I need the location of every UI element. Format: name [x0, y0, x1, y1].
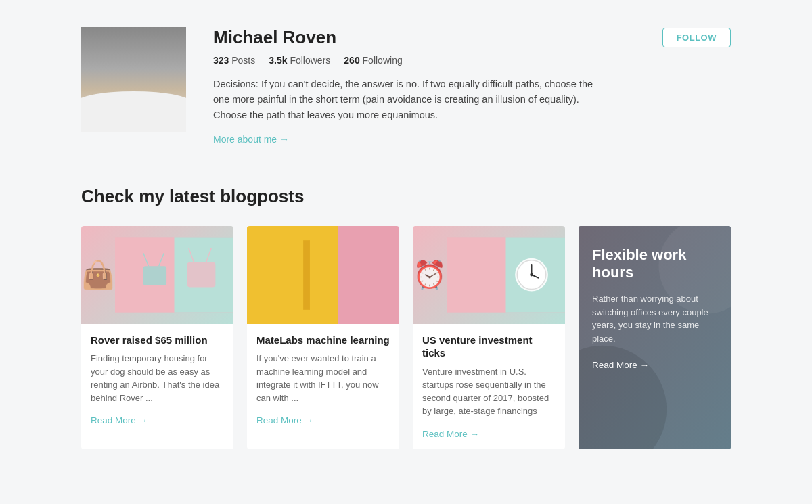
svg-rect-3 — [125, 101, 142, 115]
profile-section: Michael Roven FOLLOW 323 Posts 3.5k Foll… — [81, 27, 731, 145]
venture-card-title: US venture investment ticks — [422, 334, 556, 360]
svg-point-7 — [112, 64, 155, 78]
svg-rect-23 — [338, 227, 399, 323]
profile-stats: 323 Posts 3.5k Followers 260 Following — [213, 55, 731, 66]
svg-rect-22 — [247, 227, 338, 323]
matelabs-card-title: MateLabs machine learning — [256, 334, 390, 347]
blog-card-venture: US venture investment ticks Venture inve… — [413, 226, 565, 449]
svg-rect-1 — [81, 27, 186, 132]
svg-rect-19 — [187, 262, 216, 287]
matelabs-card-image — [247, 226, 399, 324]
rover-card-image — [81, 226, 233, 324]
svg-rect-11 — [134, 90, 143, 97]
followers-label: Followers — [290, 55, 330, 66]
svg-point-8 — [124, 90, 129, 97]
follow-button[interactable]: FOLLOW — [662, 28, 731, 47]
svg-point-2 — [86, 101, 181, 132]
blog-section-title: Check my latest blogposts — [81, 186, 731, 207]
venture-card-excerpt: Venture investment in U.S. startups rose… — [422, 365, 556, 418]
matelabs-card-excerpt: If you've ever wanted to train a machine… — [256, 352, 390, 405]
venture-card-image — [413, 226, 565, 324]
following-label: Following — [363, 55, 403, 66]
svg-rect-16 — [143, 266, 166, 285]
featured-card-excerpt: Rather than worrying about switching off… — [592, 292, 717, 345]
posts-label: Posts — [231, 55, 255, 66]
svg-point-13 — [143, 97, 162, 118]
matelabs-card-body: MateLabs machine learning If you've ever… — [247, 324, 399, 436]
venture-read-more[interactable]: Read More → — [422, 429, 479, 439]
rover-card-title: Rover raised $65 million — [91, 334, 224, 347]
matelabs-read-more[interactable]: Read More → — [256, 415, 313, 426]
featured-card-title: Flexible work hours — [592, 246, 717, 282]
profile-info: Michael Roven FOLLOW 323 Posts 3.5k Foll… — [213, 27, 731, 145]
blog-card-featured: Flexible work hours Rather than worrying… — [579, 226, 731, 449]
svg-rect-6 — [112, 71, 155, 85]
posts-count: 323 — [213, 55, 229, 66]
svg-point-9 — [137, 90, 143, 97]
profile-name: Michael Roven — [213, 27, 336, 48]
svg-rect-10 — [120, 90, 130, 97]
followers-count: 3.5k — [269, 55, 287, 66]
featured-read-more[interactable]: Read More → — [592, 360, 649, 370]
more-about-link[interactable]: More about me → — [213, 134, 289, 145]
profile-avatar — [81, 27, 186, 132]
profile-bio: Decisions: If you can't decide, the answ… — [213, 76, 606, 124]
rover-card-body: Rover raised $65 million Finding tempora… — [81, 324, 233, 436]
page-wrapper: Michael Roven FOLLOW 323 Posts 3.5k Foll… — [68, 0, 744, 476]
featured-card-content: Flexible work hours Rather than worrying… — [592, 246, 717, 371]
blog-card-rover: Rover raised $65 million Finding tempora… — [81, 226, 233, 449]
profile-header: Michael Roven FOLLOW — [213, 27, 731, 48]
blog-section: Check my latest blogposts — [81, 186, 731, 449]
svg-rect-0 — [81, 27, 186, 132]
followers-stat: 3.5k Followers — [269, 55, 330, 66]
blog-grid: Rover raised $65 million Finding tempora… — [81, 226, 731, 449]
svg-point-4 — [113, 72, 154, 118]
following-count: 260 — [344, 55, 359, 66]
svg-rect-24 — [303, 240, 310, 310]
following-stat: 260 Following — [344, 55, 402, 66]
rover-card-excerpt: Finding temporary housing for your dog s… — [91, 352, 224, 405]
venture-card-body: US venture investment ticks Venture inve… — [413, 324, 565, 449]
rover-read-more[interactable]: Read More → — [91, 415, 148, 426]
svg-point-31 — [530, 273, 533, 276]
svg-point-5 — [112, 62, 155, 87]
blog-card-matelabs: MateLabs machine learning If you've ever… — [247, 226, 399, 449]
posts-stat: 323 Posts — [213, 55, 255, 66]
